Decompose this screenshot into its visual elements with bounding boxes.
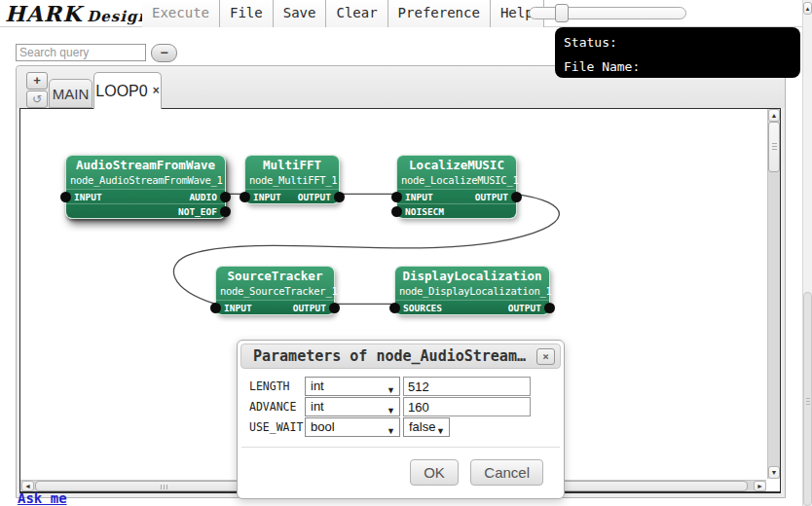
thumb-grip: [161, 485, 162, 489]
node-header: LocalizeMUSICnode_LocalizeMUSIC_1: [397, 156, 516, 189]
input-port-input[interactable]: [210, 303, 221, 313]
port-row: NOISECM: [397, 203, 516, 218]
search-input[interactable]: [16, 44, 146, 61]
menu-item-file[interactable]: File: [220, 0, 274, 27]
port-label-right: AUDIO: [189, 192, 217, 202]
node-instance-name: node_DisplayLocalization_1: [399, 284, 545, 299]
input-port-input[interactable]: [240, 192, 250, 202]
output-port-not_eof[interactable]: [220, 206, 231, 217]
canvas-vertical-scrollbar[interactable]: ▲ ▼: [767, 109, 780, 479]
dialog-body: LENGTHint▼ADVANCEint▼USE_WAITbool▼false▼: [240, 369, 561, 437]
node-title: SourceTracker: [220, 269, 330, 284]
dialog-footer: OK Cancel: [402, 459, 543, 486]
cancel-button[interactable]: Cancel: [470, 459, 543, 486]
dialog-title-text: Parameters of node_AudioStream…: [253, 347, 526, 365]
port-label-left: INPUT: [253, 192, 281, 202]
menu-item-save[interactable]: Save: [274, 0, 327, 27]
page-scroll-thumb[interactable]: [803, 292, 812, 506]
node-header: AudioStreamFromWavenode_AudioStreamFromW…: [66, 156, 225, 189]
status-overlay: Status: File Name:: [555, 27, 800, 78]
output-port-audio[interactable]: [220, 192, 231, 202]
close-icon[interactable]: ×: [536, 348, 555, 365]
tab-close-icon[interactable]: ×: [153, 84, 160, 97]
port-row: INPUTAUDIO: [66, 189, 225, 203]
menu-item-preference[interactable]: Preference: [388, 0, 491, 27]
output-port-output[interactable]: [329, 303, 340, 313]
collapse-node-list-button[interactable]: −: [151, 44, 177, 62]
port-label-right: OUTPUT: [298, 192, 331, 202]
node-displaylocalization[interactable]: DisplayLocalizationnode_DisplayLocalizat…: [394, 266, 550, 315]
menu-item-clear[interactable]: Clear: [326, 0, 388, 27]
port-label-right: NOT_EOF: [178, 206, 217, 217]
dialog-title[interactable]: Parameters of node_AudioStream… ×: [240, 343, 561, 369]
page-vertical-scrollbar[interactable]: ▲: [802, 0, 812, 506]
port-label-right: OUTPUT: [293, 303, 326, 313]
node-header: SourceTrackernode_SourceTracker_1: [216, 267, 334, 300]
ask-me-link[interactable]: Ask me: [18, 490, 67, 506]
type-select[interactable]: int▼: [305, 377, 400, 396]
node-instance-name: node_LocalizeMUSIC_1: [401, 173, 512, 188]
add-sheet-button[interactable]: +: [26, 72, 48, 90]
tab-main[interactable]: MAIN: [49, 79, 92, 108]
hark-designer-app: HARKDesigner ExecuteFileSaveClearPrefere…: [0, 0, 812, 506]
port-label-left: NOISECM: [405, 206, 444, 217]
input-port-input[interactable]: [60, 192, 71, 202]
node-ports: SOURCESOUTPUT: [395, 300, 549, 314]
parameters-dialog: Parameters of node_AudioStream… × LENGTH…: [237, 340, 565, 499]
toolbar: HARKDesigner ExecuteFileSaveClearPrefere…: [0, 0, 802, 27]
node-ports: INPUTAUDIONOT_EOF: [66, 189, 225, 218]
tab-label: LOOP0: [95, 83, 147, 99]
vertical-scroll-thumb[interactable]: [768, 122, 780, 172]
port-row: INPUTOUTPUT: [245, 189, 339, 203]
menu-bar: ExecuteFileSaveClearPreferenceHelp: [142, 0, 544, 27]
port-label-left: INPUT: [405, 192, 433, 202]
node-title: DisplayLocalization: [399, 269, 545, 284]
chevron-down-icon: ▼: [387, 422, 395, 440]
scroll-up-icon[interactable]: ▲: [768, 109, 780, 122]
parameter-value-select[interactable]: false▼: [403, 417, 450, 437]
node-title: LocalizeMUSIC: [401, 158, 512, 173]
node-audiostreamfromwave[interactable]: AudioStreamFromWavenode_AudioStreamFromW…: [65, 155, 226, 219]
parameter-value-input[interactable]: [403, 377, 531, 396]
tab-label: MAIN: [53, 86, 90, 102]
output-port-output[interactable]: [511, 192, 522, 202]
tab-loop0[interactable]: LOOP0×: [93, 72, 162, 109]
menu-item-execute[interactable]: Execute: [142, 0, 220, 27]
input-port-sources[interactable]: [389, 303, 400, 313]
node-header: MultiFFTnode_MultiFFT_1: [245, 156, 339, 189]
slider-handle[interactable]: [555, 4, 569, 22]
parameter-label: LENGTH: [249, 380, 305, 393]
thumb-grip: [806, 398, 810, 399]
scroll-right-icon[interactable]: ►: [754, 481, 766, 491]
node-ports: INPUTOUTPUT: [245, 189, 339, 203]
type-select[interactable]: bool▼: [305, 417, 400, 437]
node-sourcetracker[interactable]: SourceTrackernode_SourceTracker_1INPUTOU…: [215, 266, 335, 315]
node-title: MultiFFT: [249, 158, 335, 173]
parameter-row-use_wait: USE_WAITbool▼false▼: [249, 417, 552, 437]
node-localizemusic[interactable]: LocalizeMUSICnode_LocalizeMUSIC_1INPUTOU…: [396, 155, 517, 219]
node-multifft[interactable]: MultiFFTnode_MultiFFT_1INPUTOUTPUT: [244, 155, 340, 204]
node-title: AudioStreamFromWave: [70, 158, 221, 173]
node-instance-name: node_SourceTracker_1: [220, 284, 330, 299]
node-header: DisplayLocalizationnode_DisplayLocalizat…: [395, 267, 549, 300]
logo-hark: HARK: [5, 1, 82, 26]
output-port-output[interactable]: [544, 303, 555, 313]
status-label: Status:: [564, 35, 617, 50]
port-row: SOURCESOUTPUT: [395, 300, 549, 314]
type-select[interactable]: int▼: [305, 397, 400, 416]
port-label-right: OUTPUT: [508, 303, 541, 313]
port-row: INPUTOUTPUT: [397, 189, 516, 203]
zoom-slider[interactable]: [529, 7, 686, 19]
ok-button[interactable]: OK: [410, 459, 459, 486]
port-row: NOT_EOF: [66, 203, 225, 218]
input-port-input[interactable]: [391, 192, 402, 202]
port-label-left: SOURCES: [403, 303, 442, 313]
page-scroll-up-icon[interactable]: ▲: [803, 2, 812, 15]
reload-icon[interactable]: ↺: [26, 90, 48, 108]
scroll-down-icon[interactable]: ▼: [768, 466, 780, 479]
input-port-noisecm[interactable]: [391, 206, 402, 217]
parameter-value-input[interactable]: [403, 397, 531, 416]
port-row: INPUTOUTPUT: [216, 300, 334, 314]
node-instance-name: node_MultiFFT_1: [249, 173, 335, 188]
output-port-output[interactable]: [334, 192, 345, 202]
